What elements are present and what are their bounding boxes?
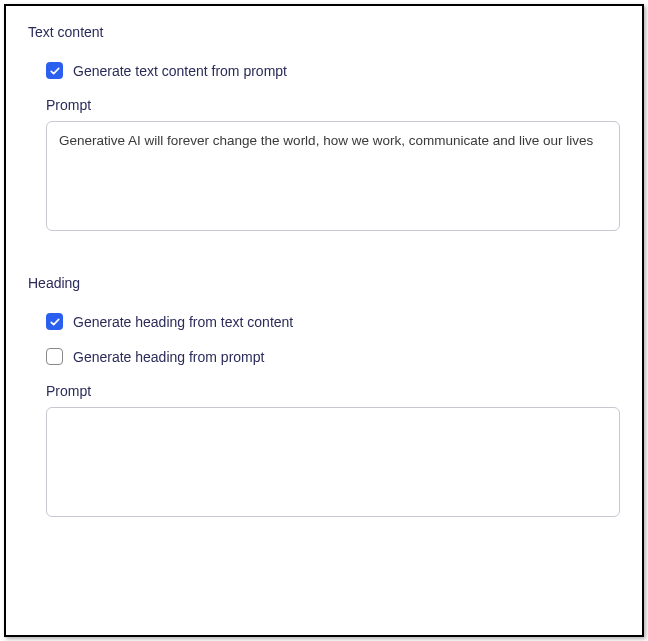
text-content-section: Text content Generate text content from …: [28, 24, 620, 235]
heading-prompt-textarea[interactable]: [46, 407, 620, 517]
generate-heading-from-prompt-label: Generate heading from prompt: [73, 349, 264, 365]
generate-heading-from-text-checkbox[interactable]: [46, 313, 63, 330]
generate-text-from-prompt-label: Generate text content from prompt: [73, 63, 287, 79]
checkmark-icon: [49, 316, 61, 328]
checkmark-icon: [49, 65, 61, 77]
heading-prompt-label: Prompt: [28, 383, 620, 399]
text-prompt-label: Prompt: [28, 97, 620, 113]
text-content-title: Text content: [28, 24, 620, 40]
generate-heading-from-text-label: Generate heading from text content: [73, 314, 293, 330]
settings-panel: Text content Generate text content from …: [4, 4, 644, 637]
generate-heading-from-text-row[interactable]: Generate heading from text content: [28, 313, 620, 330]
text-prompt-textarea[interactable]: [46, 121, 620, 231]
generate-heading-from-prompt-row[interactable]: Generate heading from prompt: [28, 348, 620, 365]
heading-section: Heading Generate heading from text conte…: [28, 275, 620, 521]
generate-text-from-prompt-row[interactable]: Generate text content from prompt: [28, 62, 620, 79]
generate-text-from-prompt-checkbox[interactable]: [46, 62, 63, 79]
generate-heading-from-prompt-checkbox[interactable]: [46, 348, 63, 365]
heading-title: Heading: [28, 275, 620, 291]
